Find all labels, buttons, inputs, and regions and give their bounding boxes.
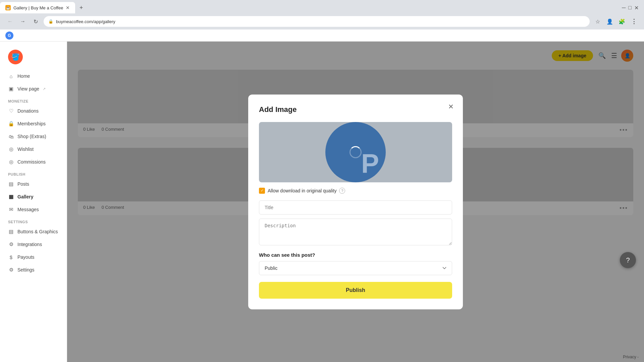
active-tab[interactable]: ☕ Gallery | Buy Me a Coffee ✕ bbox=[0, 2, 75, 13]
settings-icon: ⚙ bbox=[8, 267, 14, 273]
modal-close-button[interactable]: ✕ bbox=[445, 101, 456, 112]
allow-download-checkbox[interactable]: ✓ bbox=[259, 188, 265, 194]
tab-bar: ☕ Gallery | Buy Me a Coffee ✕ + ─ □ ✕ bbox=[0, 0, 644, 13]
close-tab-button[interactable]: ✕ bbox=[66, 5, 70, 10]
home-icon: ⌂ bbox=[8, 73, 14, 79]
back-button[interactable]: ← bbox=[5, 17, 15, 26]
sidebar-memberships-label: Memberships bbox=[17, 121, 46, 126]
sidebar-home-label: Home bbox=[17, 73, 30, 79]
download-permission-row: ✓ Allow download in original quality ? bbox=[259, 188, 452, 194]
modal-overlay: Add Image ✕ P ✓ Allow download in origin… bbox=[67, 42, 644, 362]
payouts-icon: $ bbox=[8, 254, 14, 260]
sidebar-item-donations[interactable]: ♡ Donations bbox=[0, 105, 67, 117]
browser-chrome: ☕ Gallery | Buy Me a Coffee ✕ + ─ □ ✕ ← … bbox=[0, 0, 644, 42]
app-container: 🪣 ⌂ Home ▣ View page ↗ MONETIZE ♡ Donati… bbox=[0, 42, 644, 362]
memberships-icon: 🔒 bbox=[8, 121, 14, 127]
loading-spinner bbox=[350, 146, 362, 158]
sidebar-logo: 🪣 bbox=[0, 47, 67, 70]
sidebar-item-payouts[interactable]: $ Payouts bbox=[0, 251, 67, 263]
help-tooltip-icon[interactable]: ? bbox=[339, 188, 345, 194]
sidebar-item-settings[interactable]: ⚙ Settings bbox=[0, 263, 67, 276]
sidebar-posts-label: Posts bbox=[17, 181, 29, 187]
shop-icon: 🛍 bbox=[8, 133, 14, 139]
settings-section-label: SETTINGS bbox=[0, 216, 67, 225]
sidebar-donations-label: Donations bbox=[17, 108, 39, 114]
sidebar-item-integrations[interactable]: ⚙ Integrations bbox=[0, 238, 67, 251]
new-tab-button[interactable]: + bbox=[76, 3, 86, 12]
sidebar-item-gallery[interactable]: ▦ Gallery bbox=[0, 190, 67, 203]
external-link-icon: ↗ bbox=[43, 87, 46, 91]
posts-icon: ▤ bbox=[8, 181, 14, 187]
sidebar-item-shop[interactable]: 🛍 Shop (Extras) bbox=[0, 130, 67, 143]
publish-section-label: PUBLISH bbox=[0, 168, 67, 178]
title-input[interactable] bbox=[259, 200, 452, 215]
browser-toolbar: ← → ↻ 🔒 buymeacoffee.com/app/gallery ☆ 👤… bbox=[0, 13, 644, 29]
donations-icon: ♡ bbox=[8, 108, 14, 114]
minimize-button[interactable]: ─ bbox=[622, 5, 626, 11]
sidebar-item-wishlist[interactable]: ◎ Wishlist bbox=[0, 143, 67, 156]
forward-button[interactable]: → bbox=[18, 17, 28, 26]
buttons-graphics-icon: ▤ bbox=[8, 229, 14, 235]
sidebar-settings-label: Settings bbox=[17, 267, 35, 273]
publish-button[interactable]: Publish bbox=[259, 282, 452, 299]
sidebar: 🪣 ⌂ Home ▣ View page ↗ MONETIZE ♡ Donati… bbox=[0, 42, 67, 362]
sidebar-item-commissions[interactable]: ◎ Commissions bbox=[0, 156, 67, 168]
sidebar-shop-label: Shop (Extras) bbox=[17, 134, 46, 139]
wishlist-icon: ◎ bbox=[8, 146, 14, 152]
url-text: buymeacoffee.com/app/gallery bbox=[56, 19, 115, 24]
sidebar-item-messages[interactable]: ✉ Messages bbox=[0, 203, 67, 216]
tab-favicon: ☕ bbox=[5, 5, 11, 10]
sidebar-view-page-label: View page bbox=[17, 86, 39, 92]
allow-download-label: Allow download in original quality bbox=[268, 188, 336, 193]
description-input[interactable] bbox=[259, 219, 452, 245]
image-preview-area: P bbox=[259, 122, 452, 182]
modal-title: Add Image bbox=[259, 105, 452, 114]
google-bar: G bbox=[0, 29, 644, 42]
menu-button[interactable]: ⋮ bbox=[629, 17, 639, 26]
gallery-icon: ▦ bbox=[8, 194, 14, 200]
sidebar-item-view-page[interactable]: ▣ View page ↗ bbox=[0, 82, 67, 95]
sidebar-item-posts[interactable]: ▤ Posts bbox=[0, 178, 67, 190]
sidebar-integrations-label: Integrations bbox=[17, 242, 42, 247]
window-controls: ─ □ ✕ bbox=[622, 5, 644, 11]
profile-button[interactable]: 👤 bbox=[605, 17, 614, 26]
add-image-modal: Add Image ✕ P ✓ Allow download in origin… bbox=[248, 95, 463, 309]
messages-icon: ✉ bbox=[8, 206, 14, 213]
reload-button[interactable]: ↻ bbox=[31, 17, 40, 26]
sidebar-gallery-label: Gallery bbox=[17, 194, 33, 199]
close-window-button[interactable]: ✕ bbox=[634, 5, 639, 11]
security-icon: 🔒 bbox=[48, 19, 53, 24]
monetize-section-label: MONETIZE bbox=[0, 95, 67, 105]
main-content: + Add image 🔍 ☰ 👤 0 Like 0 Comment bbox=[67, 42, 644, 362]
preview-image: P bbox=[325, 122, 386, 182]
sidebar-item-buttons-graphics[interactable]: ▤ Buttons & Graphics bbox=[0, 225, 67, 238]
sidebar-buttons-label: Buttons & Graphics bbox=[17, 229, 58, 234]
tab-title: Gallery | Buy Me a Coffee bbox=[13, 5, 63, 10]
app-logo-icon: 🪣 bbox=[8, 50, 23, 64]
toolbar-actions: ☆ 👤 🧩 ⋮ bbox=[593, 17, 639, 26]
sidebar-payouts-label: Payouts bbox=[17, 254, 35, 260]
preview-letter: P bbox=[361, 148, 379, 179]
visibility-select[interactable]: Public Members Only Supporters Only bbox=[259, 261, 452, 275]
address-bar[interactable]: 🔒 buymeacoffee.com/app/gallery bbox=[44, 16, 590, 27]
commissions-icon: ◎ bbox=[8, 159, 14, 165]
view-page-icon: ▣ bbox=[8, 86, 14, 92]
sidebar-wishlist-label: Wishlist bbox=[17, 146, 34, 152]
bookmark-button[interactable]: ☆ bbox=[593, 17, 602, 26]
sidebar-item-memberships[interactable]: 🔒 Memberships bbox=[0, 117, 67, 130]
google-icon: G bbox=[5, 32, 13, 40]
visibility-label: Who can see this post? bbox=[259, 252, 452, 258]
sidebar-commissions-label: Commissions bbox=[17, 159, 46, 165]
help-fab-button[interactable]: ? bbox=[620, 252, 636, 268]
sidebar-messages-label: Messages bbox=[17, 207, 39, 212]
integrations-icon: ⚙ bbox=[8, 241, 14, 247]
extensions-button[interactable]: 🧩 bbox=[617, 17, 627, 26]
sidebar-item-home[interactable]: ⌂ Home bbox=[0, 70, 67, 82]
maximize-button[interactable]: □ bbox=[628, 5, 632, 11]
